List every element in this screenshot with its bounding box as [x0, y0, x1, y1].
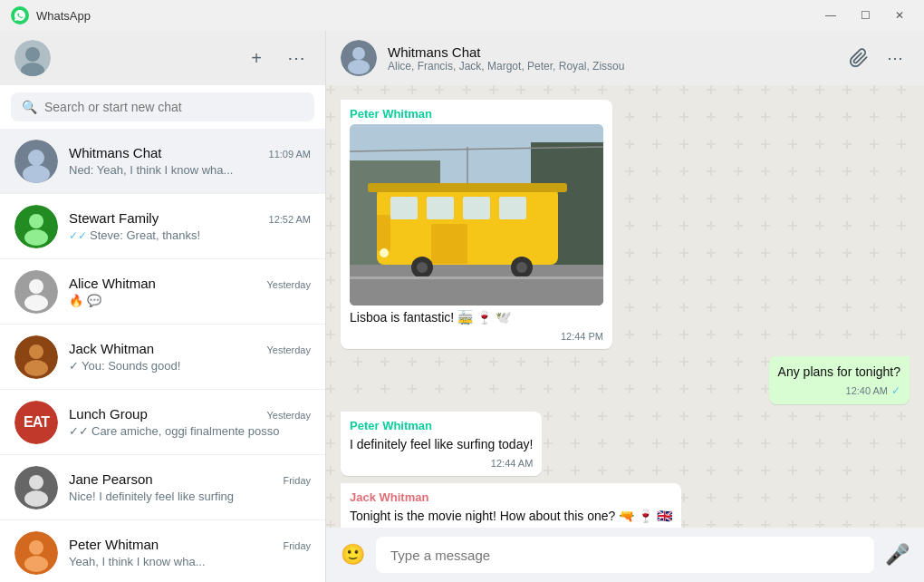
chat-header-members: Alice, Francis, Jack, Margot, Peter, Roy…	[388, 60, 833, 73]
svg-point-6	[23, 165, 50, 183]
message-input[interactable]	[376, 537, 874, 573]
svg-point-40	[417, 262, 428, 273]
chat-item-alice[interactable]: Alice Whitman Yesterday 🔥 💬	[0, 259, 325, 325]
chat-item-jane[interactable]: Jane Pearson Friday Nice! I definitely f…	[0, 455, 325, 520]
message-bubble-4: Jack Whitman Tonight is the movie night!…	[341, 483, 681, 528]
svg-rect-31	[350, 265, 603, 306]
maximize-button[interactable]: ☐	[852, 6, 879, 24]
chat-avatar-jack	[14, 335, 58, 379]
svg-point-26	[352, 47, 365, 60]
search-input[interactable]	[44, 100, 303, 114]
message-sender-4: Jack Whitman	[350, 490, 672, 504]
chat-header-icons: ⋯	[844, 44, 910, 73]
search-container: 🔍	[0, 85, 325, 129]
search-box: 🔍	[11, 92, 314, 121]
svg-rect-33	[390, 197, 418, 219]
svg-rect-35	[463, 197, 490, 219]
chat-name-jack: Jack Whitman	[69, 341, 154, 356]
chat-avatar-alice	[14, 270, 58, 314]
svg-rect-34	[427, 197, 454, 219]
messages-area: Peter Whitman	[326, 85, 924, 528]
sidebar: + ⋯ 🔍	[0, 31, 326, 582]
chat-time-lunch: Yesterday	[266, 410, 311, 421]
chat-info-jack: Jack Whitman Yesterday ✓ You: Sounds goo…	[69, 341, 311, 373]
chat-info-whitmans: Whitmans Chat 11:09 AM Ned: Yeah, I thin…	[69, 145, 311, 177]
chat-name-stewart: Stewart Family	[69, 210, 159, 226]
window-controls: — ☐ ✕	[817, 6, 913, 24]
chat-info-jane: Jane Pearson Friday Nice! I definitely f…	[69, 471, 311, 503]
chat-time-whitmans: 11:09 AM	[269, 149, 311, 160]
message-bubble-3: Peter Whitman I definitely feel like sur…	[341, 412, 542, 476]
chat-item-stewart[interactable]: Stewart Family 12:52 AM ✓✓ Steve: Great,…	[0, 194, 325, 259]
chat-avatar-stewart	[14, 205, 58, 248]
chat-preview-whitmans: Ned: Yeah, I think I know wha...	[69, 163, 311, 177]
app-title: WhatsApp	[36, 9, 810, 23]
chat-name-peter: Peter Whitman	[69, 537, 159, 552]
input-area: 🙂 🎤	[326, 528, 924, 582]
tick-icon-stewart: ✓✓	[69, 229, 87, 242]
message-time-1: 12:44 PM	[561, 331, 603, 342]
svg-point-5	[28, 150, 44, 166]
message-bubble-1: Peter Whitman	[341, 100, 612, 349]
attachment-button[interactable]	[844, 44, 873, 73]
chat-preview-jack: ✓ You: Sounds good!	[69, 359, 311, 373]
chat-list: Whitmans Chat 11:09 AM Ned: Yeah, I thin…	[0, 129, 325, 582]
svg-rect-38	[368, 183, 567, 192]
message-tick-2: ✓	[891, 384, 900, 397]
svg-point-12	[24, 295, 48, 311]
message-sender-3: Peter Whitman	[350, 419, 533, 432]
new-chat-button[interactable]: +	[242, 44, 271, 73]
svg-point-45	[380, 248, 389, 257]
sidebar-header: + ⋯	[0, 31, 325, 85]
chat-preview-peter: Yeah, I think I know wha...	[69, 555, 311, 568]
minimize-button[interactable]: —	[817, 6, 844, 24]
svg-rect-36	[499, 197, 526, 219]
svg-point-20	[29, 540, 43, 555]
chat-info-alice: Alice Whitman Yesterday 🔥 💬	[69, 276, 311, 307]
chat-item-whitmans[interactable]: Whitmans Chat 11:09 AM Ned: Yeah, I thin…	[0, 129, 325, 194]
svg-point-18	[24, 490, 48, 507]
chat-info-peter: Peter Whitman Friday Yeah, I think I kno…	[69, 537, 311, 568]
chat-preview-alice: 🔥 💬	[69, 294, 311, 307]
microphone-button[interactable]: 🎤	[885, 543, 910, 567]
svg-point-27	[348, 60, 370, 74]
chat-header-name: Whitmans Chat	[388, 44, 833, 60]
svg-point-17	[29, 475, 43, 490]
menu-button[interactable]: ⋯	[282, 44, 311, 73]
whatsapp-logo-icon	[11, 6, 29, 24]
chat-header-avatar[interactable]	[341, 40, 377, 76]
chat-name-jane: Jane Pearson	[69, 471, 153, 487]
chat-avatar-peter	[14, 531, 58, 575]
svg-point-11	[29, 279, 43, 294]
message-image-1	[350, 124, 603, 306]
svg-rect-43	[350, 276, 603, 279]
message-text-2: Any plans for tonight?	[778, 364, 900, 382]
chat-item-jack[interactable]: Jack Whitman Yesterday ✓ You: Sounds goo…	[0, 325, 325, 390]
chat-preview-lunch: ✓✓ Care amiche, oggi finalmente posso	[69, 424, 311, 438]
message-meta-3: 12:44 AM	[350, 458, 533, 469]
chat-item-lunch[interactable]: EAT Lunch Group Yesterday ✓✓ Care amiche…	[0, 390, 325, 455]
message-text-4: Tonight is the movie night! How about th…	[350, 508, 672, 526]
chat-item-peter[interactable]: Peter Whitman Friday Yeah, I think I kno…	[0, 520, 325, 582]
chat-panel: Whitmans Chat Alice, Francis, Jack, Marg…	[326, 31, 924, 582]
tick-icon-lunch: ✓✓	[69, 424, 89, 438]
emoji-button[interactable]: 🙂	[341, 543, 365, 567]
titlebar: WhatsApp — ☐ ✕	[0, 0, 924, 31]
chat-name-lunch: Lunch Group	[69, 406, 148, 422]
svg-point-42	[516, 262, 527, 273]
current-user-avatar[interactable]	[14, 40, 51, 76]
chat-info-stewart: Stewart Family 12:52 AM ✓✓ Steve: Great,…	[69, 210, 311, 242]
message-bubble-2: Any plans for tonight? 12:40 AM ✓	[769, 356, 910, 405]
svg-point-2	[25, 47, 40, 62]
svg-point-21	[24, 556, 48, 572]
tick-icon-jack: ✓	[69, 359, 79, 373]
svg-rect-44	[377, 215, 390, 251]
search-icon: 🔍	[22, 100, 37, 114]
more-options-button[interactable]: ⋯	[881, 44, 910, 73]
close-button[interactable]: ✕	[886, 6, 913, 24]
chat-time-jack: Yesterday	[266, 344, 311, 355]
chat-name-whitmans: Whitmans Chat	[69, 145, 162, 160]
message-time-2: 12:40 AM	[846, 385, 888, 396]
main-layout: + ⋯ 🔍	[0, 31, 924, 582]
chat-preview-jane: Nice! I definitely feel like surfing	[69, 490, 311, 503]
